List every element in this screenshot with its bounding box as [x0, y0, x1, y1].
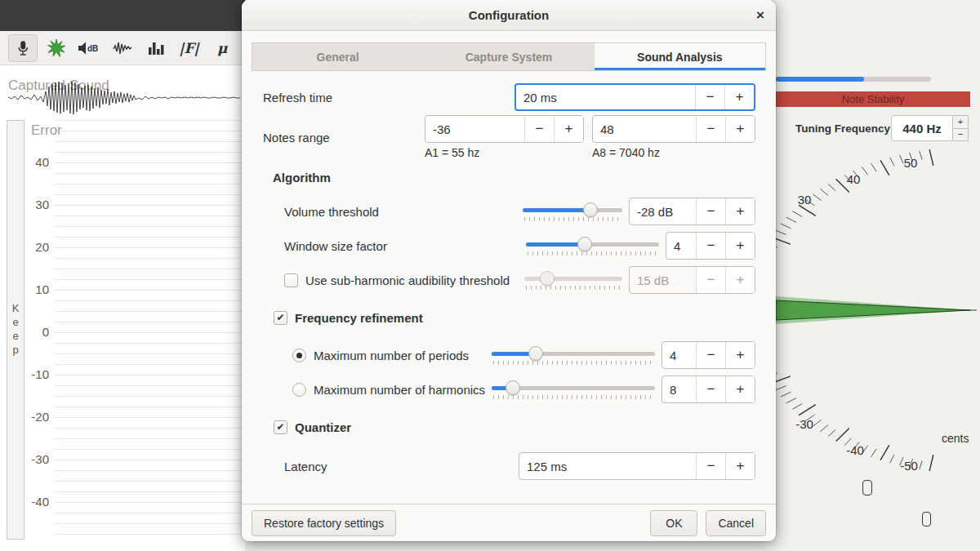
periods-decrement-button[interactable]: − — [696, 342, 725, 368]
slider-thumb[interactable] — [506, 380, 520, 395]
slider-thumb[interactable] — [577, 237, 592, 251]
tuning-decrement-button[interactable]: − — [953, 129, 969, 142]
window-size-value[interactable]: 4 — [666, 233, 696, 259]
gauge-tick-label: 50 — [898, 156, 923, 170]
refresh-time-increment-button[interactable]: + — [724, 85, 754, 109]
subharmonic-increment-button: + — [725, 267, 755, 293]
volume-increment-button[interactable]: + — [725, 198, 755, 224]
latency-decrement-button[interactable]: − — [696, 453, 725, 479]
max-periods-label[interactable]: Maximum number of periods — [314, 349, 469, 362]
slider-track[interactable] — [526, 242, 659, 247]
max-harmonics-label[interactable]: Maximum number of harmonics — [314, 383, 485, 397]
tab-sound-analysis[interactable]: Sound Analysis — [595, 43, 765, 70]
latency-increment-button[interactable]: + — [725, 453, 755, 479]
slider-thumb[interactable] — [583, 202, 598, 217]
max-periods-slider[interactable] — [492, 344, 655, 366]
captured-sound-waveform — [5, 80, 243, 118]
slider-thumb[interactable] — [528, 346, 543, 361]
refresh-time-spinbutton: 20 ms − + — [514, 83, 755, 111]
slider-thumb — [540, 271, 555, 286]
volume-threshold-slider[interactable] — [523, 201, 622, 222]
subharmonic-decrement-button: − — [696, 267, 725, 293]
tuning-frequency-value[interactable]: 440 Hz — [891, 115, 953, 141]
max-periods-row: Maximum number of periods 4 − + — [263, 340, 755, 370]
note-stability-label: Note Stability — [842, 93, 905, 105]
app-logo-button[interactable] — [42, 34, 71, 62]
slider-marks — [493, 361, 653, 365]
note-stability-bar: Note Stability — [776, 91, 970, 107]
periods-increment-button[interactable]: + — [725, 342, 755, 368]
slider-track[interactable] — [492, 352, 655, 356]
fourier-view-button[interactable]: |F| — [175, 34, 204, 62]
tab-general[interactable]: General — [252, 43, 423, 70]
notes-min-increment-button[interactable]: + — [554, 116, 583, 142]
decibel-view-button[interactable]: dB — [74, 34, 104, 62]
notes-min-decrement-button[interactable]: − — [524, 116, 554, 142]
max-periods-radio[interactable] — [292, 349, 306, 362]
frequency-refinement-heading-row: ✔ Frequency refinement — [263, 309, 755, 326]
tab-capture-system[interactable]: Capture System — [423, 43, 594, 70]
frequency-refinement-heading[interactable]: Frequency refinement — [295, 311, 423, 325]
max-periods-value[interactable]: 4 — [662, 342, 696, 368]
ok-button[interactable]: OK — [650, 510, 697, 536]
max-harmonics-slider[interactable] — [492, 379, 655, 400]
window-size-label: Window size factor — [284, 239, 387, 253]
level-progressbar — [776, 77, 931, 82]
notes-range-max-value[interactable]: 48 — [593, 116, 696, 142]
subharmonic-controls: 15 dB − + — [524, 266, 755, 294]
max-harmonics-radio-group: Maximum number of harmonics — [292, 383, 485, 397]
waveform-icon — [113, 38, 132, 58]
main-window-right: Note Stability Tuning Frequency 440 Hz +… — [776, 0, 980, 551]
error-chart-title: Error — [31, 122, 62, 139]
quantizer-checkbox[interactable]: ✔ — [274, 420, 287, 434]
notes-max-hint: A8 = 7040 hz — [592, 146, 660, 159]
window-size-slider[interactable] — [526, 235, 659, 256]
max-periods-spinbutton: 4 − + — [662, 341, 755, 369]
harmonics-decrement-button[interactable]: − — [696, 376, 725, 402]
dialog-title: Configuration — [469, 8, 549, 22]
spectrum-view-button[interactable] — [141, 34, 171, 62]
window-size-row: Window size factor 4 − + — [263, 231, 755, 260]
max-harmonics-controls: 8 − + — [492, 375, 755, 403]
refresh-time-decrement-button[interactable]: − — [695, 85, 724, 109]
latency-row: Latency 125 ms − + — [263, 451, 755, 481]
refresh-time-value[interactable]: 20 ms — [516, 85, 695, 109]
notes-min-hint: A1 = 55 hz — [425, 146, 592, 159]
subharmonic-label[interactable]: Use sub-harmonic audibility threshold — [305, 273, 510, 287]
restore-factory-settings-button[interactable]: Restore factory settings — [252, 510, 396, 536]
missing-glyph-box — [922, 512, 931, 527]
cancel-button[interactable]: Cancel — [706, 510, 766, 536]
slider-track[interactable] — [523, 208, 622, 212]
notes-range-min-value[interactable]: -36 — [425, 116, 524, 142]
dialog-action-bar: Restore factory settings OK Cancel — [242, 504, 776, 541]
error-chart-gridlines — [54, 120, 242, 540]
max-harmonics-value[interactable]: 8 — [662, 376, 696, 402]
close-icon[interactable]: × — [756, 0, 764, 31]
harmonics-increment-button[interactable]: + — [725, 376, 755, 402]
mu-view-button[interactable]: μ — [207, 34, 237, 62]
subharmonic-spinbutton: 15 dB − + — [629, 266, 755, 294]
subharmonic-checkbox[interactable] — [284, 273, 298, 287]
level-progress-fill — [776, 77, 864, 82]
volume-threshold-value[interactable]: -28 dB — [630, 198, 696, 224]
notes-range-min-spinbutton: -36 − + — [425, 115, 584, 143]
dialog-tabs: General Capture System Sound Analysis — [252, 42, 766, 71]
notes-max-increment-button[interactable]: + — [725, 116, 755, 142]
window-increment-button[interactable]: + — [725, 233, 755, 259]
waveform-view-button[interactable] — [108, 34, 137, 62]
quantizer-heading[interactable]: Quantizer — [295, 420, 351, 434]
tuning-increment-button[interactable]: + — [953, 115, 969, 129]
algorithm-heading: Algorithm — [273, 171, 331, 184]
window-decrement-button[interactable]: − — [696, 233, 725, 259]
max-harmonics-radio[interactable] — [292, 383, 306, 397]
microphone-button[interactable] — [8, 34, 38, 62]
notes-max-decrement-button[interactable]: − — [696, 116, 725, 142]
gauge-tick-label: 40 — [841, 172, 866, 186]
volume-decrement-button[interactable]: − — [696, 198, 725, 224]
latency-label: Latency — [284, 460, 327, 473]
frequency-refinement-checkbox[interactable]: ✔ — [274, 311, 287, 325]
latency-value[interactable]: 125 ms — [519, 453, 696, 479]
window-size-spinbutton: 4 − + — [666, 232, 755, 260]
keep-pane-handle[interactable]: Keep — [7, 120, 24, 540]
gauge-tick-label: -30 — [792, 417, 817, 431]
